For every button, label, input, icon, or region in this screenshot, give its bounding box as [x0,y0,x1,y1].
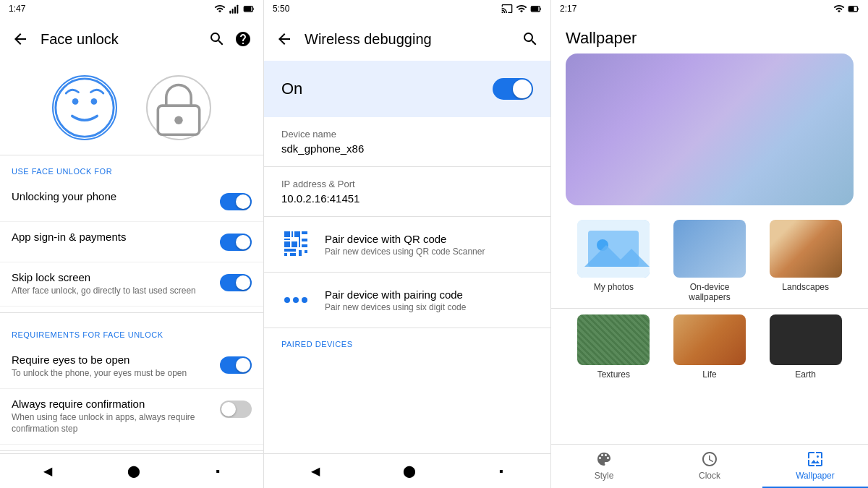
section-divider-1 [0,312,263,313]
wireless-back-icon[interactable] [276,30,293,48]
skip-lock-title: Skip lock screen [12,271,220,283]
my-photos-category[interactable]: My photos [577,220,650,302]
status-icons-3 [833,3,859,14]
textures-label: Textures [597,369,630,380]
always-confirm-toggle[interactable] [220,401,252,418]
signal-icon [229,3,240,14]
landscapes-category[interactable]: Landscapes [770,220,842,302]
svg-rect-3 [237,5,238,14]
search-icon[interactable] [208,30,226,48]
wireless-search-icon[interactable] [522,30,539,48]
svg-rect-25 [290,253,296,256]
svg-rect-19 [299,231,300,247]
use-for-label: USE FACE UNLOCK FOR [0,155,263,181]
on-device-thumb [673,220,746,278]
wireless-home-nav[interactable]: ⬤ [403,464,416,478]
pair-code-desc: Pair new devices using six digit code [325,302,466,312]
back-icon[interactable] [12,30,29,48]
svg-rect-12 [532,7,538,11]
device-name-label: Device name [281,129,533,140]
status-time-3: 2:17 [560,4,576,14]
wireless-recents-nav[interactable]: ▪ [499,465,503,478]
ip-port-label: IP address & Port [281,179,533,189]
pair-code-icon [281,284,313,316]
pair-code-option[interactable]: Pair device with pairing code Pair new d… [264,273,550,328]
wallpaper-nav-item[interactable]: Wallpaper [762,445,868,488]
wireless-nav-bar: ◀ ⬤ ▪ [264,453,550,488]
require-eyes-setting: Require eyes to be open To unlock the ph… [0,345,263,389]
app-sign-in-toggle[interactable] [220,234,252,251]
paired-devices-label: PAIRED DEVICES [264,328,550,354]
always-confirm-text: Always require confirmation When using f… [12,398,220,436]
cast-icon [501,3,513,14]
on-toggle-row: On [264,61,550,117]
status-icons-1 [214,3,255,14]
section-divider-2 [0,450,263,451]
wifi-icon-3 [833,3,845,14]
battery-icon [243,3,255,14]
life-item[interactable]: Life [673,314,746,380]
status-time-2: 5:50 [273,4,289,14]
svg-rect-18 [292,241,297,247]
pair-code-text: Pair device with pairing code Pair new d… [325,288,466,312]
life-label: Life [702,369,716,380]
status-bar-1: 1:47 [0,0,263,17]
recents-nav-icon[interactable]: ▪ [216,465,220,478]
status-time-1: 1:47 [9,4,25,14]
svg-rect-15 [284,241,290,247]
home-nav-icon[interactable]: ⬤ [127,464,140,478]
ip-port-info: IP address & Port 10.0.2.16:41451 [264,167,550,217]
ip-port-value: 10.0.2.16:41451 [281,192,533,205]
wireless-title: Wireless debugging [305,31,513,48]
on-toggle[interactable] [493,78,533,100]
svg-rect-13 [284,231,290,237]
pair-qr-title: Pair device with QR code [325,233,485,245]
svg-rect-23 [284,249,296,252]
on-device-category[interactable]: On-device wallpapers [673,220,746,302]
wallpaper-icon [807,450,824,468]
wallpaper-bottom-nav: Style Clock Wallpaper [551,444,868,488]
require-eyes-toggle[interactable] [220,356,252,374]
earth-item[interactable]: Earth [770,314,842,380]
skip-lock-setting: Skip lock screen After face unlock, go d… [0,262,263,307]
svg-point-30 [302,297,307,303]
face-unlock-panel: 1:47 Face unlock [0,0,264,488]
style-nav-item[interactable]: Style [551,445,657,488]
always-confirm-desc: When using face unlock in apps, always r… [12,411,220,436]
wallpaper-panel: 2:17 Wallpaper My photos On-device wallp… [551,0,868,488]
pair-qr-option[interactable]: Pair device with QR code Pair new device… [264,217,550,273]
requirements-label: REQUIREMENTS FOR FACE UNLOCK [0,319,263,345]
nav-bar-1: ◀ ⬤ ▪ [0,453,263,488]
status-bar-3: 2:17 [551,0,868,17]
svg-rect-1 [232,9,234,14]
svg-rect-22 [302,244,307,247]
help-icon[interactable] [234,30,252,48]
lock-icon-circle [146,75,211,140]
device-name-value: sdk_gphone_x86 [281,142,533,155]
battery-icon-2 [530,3,542,14]
svg-point-28 [284,297,290,303]
wallpaper-title: Wallpaper [551,17,868,53]
wireless-debugging-header: Wireless debugging [264,17,550,61]
earth-label: Earth [795,369,816,380]
svg-point-7 [72,98,79,105]
unlocking-phone-title: Unlocking your phone [12,190,220,202]
back-nav-icon[interactable]: ◀ [43,464,52,478]
textures-item[interactable]: Textures [577,314,650,380]
svg-point-6 [56,79,114,137]
textures-thumb [577,314,650,365]
clock-nav-label: Clock [699,471,720,481]
app-sign-in-setting: App sign-in & payments [0,222,263,262]
skip-lock-toggle[interactable] [220,274,252,291]
status-icons-2 [501,3,542,14]
svg-rect-0 [229,11,231,14]
wireless-back-nav[interactable]: ◀ [311,464,320,478]
svg-rect-24 [284,253,287,256]
skip-lock-desc: After face unlock, go directly to last u… [12,285,220,297]
my-photos-thumb [577,220,650,278]
always-confirm-title: Always require confirmation [12,398,220,410]
device-name-info: Device name sdk_gphone_x86 [264,117,550,167]
unlocking-phone-toggle[interactable] [220,193,252,210]
clock-nav-item[interactable]: Clock [657,445,762,488]
my-photos-label: My photos [594,282,634,292]
